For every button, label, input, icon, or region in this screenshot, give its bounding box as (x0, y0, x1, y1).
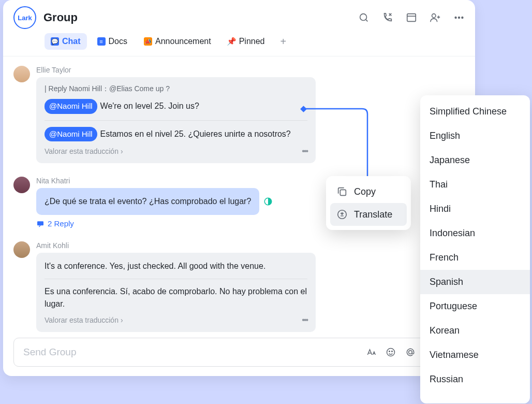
svg-rect-7 (37, 221, 43, 225)
svg-rect-1 (407, 14, 416, 22)
language-menu: Simplified Chinese English Japanese Thai… (420, 95, 530, 403)
message: Ellie Taylor | Reply Naomi Hill：@Elias C… (13, 66, 465, 163)
translated-text: Es una conferencia. Sí, acabo de comprob… (45, 285, 307, 310)
rate-translation-link[interactable]: Valorar esta traducción› (45, 147, 123, 155)
lang-option-russian[interactable]: Russian (420, 367, 530, 392)
lang-option-simplified-chinese[interactable]: Simplified Chinese (420, 99, 530, 124)
svg-point-5 (462, 17, 463, 19)
copy-icon (336, 186, 348, 197)
avatar[interactable] (13, 241, 30, 258)
font-icon[interactable] (366, 347, 376, 357)
lang-option-portuguese[interactable]: Portuguese (420, 294, 530, 319)
message-bubble[interactable]: | Reply Naomi Hill：@Elias Come up ? @Nao… (36, 77, 316, 163)
replies-link[interactable]: 2 Reply (36, 219, 316, 228)
chevron-right-icon: › (121, 147, 123, 155)
mention-pill[interactable]: @Naomi Hill (45, 99, 97, 114)
svg-point-3 (455, 17, 456, 19)
lang-option-french[interactable]: French (420, 246, 530, 270)
lang-option-hindi[interactable]: Hindi (420, 197, 530, 221)
header: Lark Group 💬Chat ≡Docs 📣Announcement 📌Pi… (3, 0, 475, 56)
message-bubble[interactable]: ¿De qué se trata el evento? ¿Has comprob… (36, 188, 259, 215)
mention-pill[interactable]: @Naomi Hill (45, 127, 97, 142)
search-icon[interactable] (358, 12, 370, 23)
message-more-icon[interactable]: ••• (302, 315, 307, 325)
reply-quote: | Reply Naomi Hill：@Elias Come up ? (45, 84, 307, 94)
tab-announcement[interactable]: 📣Announcement (138, 33, 217, 50)
rate-translation-link[interactable]: Valorar esta traducción› (45, 316, 123, 324)
composer-placeholder: Send Group (23, 347, 366, 358)
mention-icon[interactable] (405, 347, 416, 357)
avatar[interactable] (13, 177, 30, 193)
message-composer[interactable]: Send Group (13, 338, 465, 367)
tabs-bar: 💬Chat ≡Docs 📣Announcement 📌Pinned + (13, 33, 465, 56)
more-icon[interactable] (453, 12, 465, 23)
tab-label: Docs (109, 37, 127, 46)
svg-point-10 (392, 351, 393, 352)
chevron-right-icon: › (121, 316, 123, 324)
avatar[interactable] (13, 66, 30, 82)
sender-name: Nita Khatri (36, 177, 316, 185)
context-menu: Copy Translate (326, 176, 411, 230)
svg-point-9 (389, 351, 390, 352)
copy-action[interactable]: Copy (330, 180, 407, 203)
tab-docs[interactable]: ≡Docs (91, 33, 134, 50)
tab-label: Announcement (155, 37, 211, 46)
reply-icon (36, 220, 45, 228)
lang-option-indonesian[interactable]: Indonesian (420, 221, 530, 246)
message-text: ¿De qué se trata el evento? ¿Has comprob… (45, 197, 251, 206)
logo: Lark (13, 6, 36, 29)
panel-icon[interactable] (406, 12, 417, 23)
lang-option-korean[interactable]: Korean (420, 319, 530, 343)
lang-option-thai[interactable]: Thai (420, 172, 530, 197)
svg-point-4 (459, 17, 460, 19)
add-tab-button[interactable]: + (275, 34, 291, 50)
svg-rect-17 (340, 190, 346, 195)
tab-label: Pinned (239, 37, 265, 46)
message-text: We're on level 25. Join us? (100, 102, 199, 110)
chat-title: Group (43, 11, 78, 24)
svg-point-8 (387, 349, 395, 356)
sender-name: Amit Kohli (36, 241, 316, 250)
sender-name: Ellie Taylor (36, 66, 316, 74)
tab-label: Chat (62, 37, 81, 46)
lang-option-spanish[interactable]: Spanish (420, 270, 530, 294)
lang-option-vietnamese[interactable]: Vietnamese (420, 343, 530, 367)
call-icon[interactable] (382, 12, 393, 23)
svg-point-11 (409, 351, 412, 354)
tab-pinned[interactable]: 📌Pinned (221, 33, 271, 50)
message: Amit Kohli It's a conference. Yes, just … (13, 241, 465, 332)
message-more-icon[interactable]: ••• (302, 147, 307, 156)
translation-badge-icon (263, 197, 273, 206)
translate-icon (336, 209, 348, 220)
lang-option-english[interactable]: English (420, 124, 530, 148)
add-member-icon[interactable] (430, 12, 441, 23)
svg-point-0 (360, 14, 367, 21)
tab-chat[interactable]: 💬Chat (45, 33, 87, 50)
svg-point-2 (432, 14, 436, 18)
translate-action[interactable]: Translate (330, 203, 407, 226)
message-bubble[interactable]: It's a conference. Yes, just checked. Al… (36, 253, 316, 332)
translated-text: Estamos en el nivel 25. ¿Quieres unirte … (100, 129, 291, 138)
emoji-icon[interactable] (386, 347, 396, 357)
lang-option-japanese[interactable]: Japanese (420, 148, 530, 172)
message-text: It's a conference. Yes, just checked. Al… (45, 260, 307, 272)
